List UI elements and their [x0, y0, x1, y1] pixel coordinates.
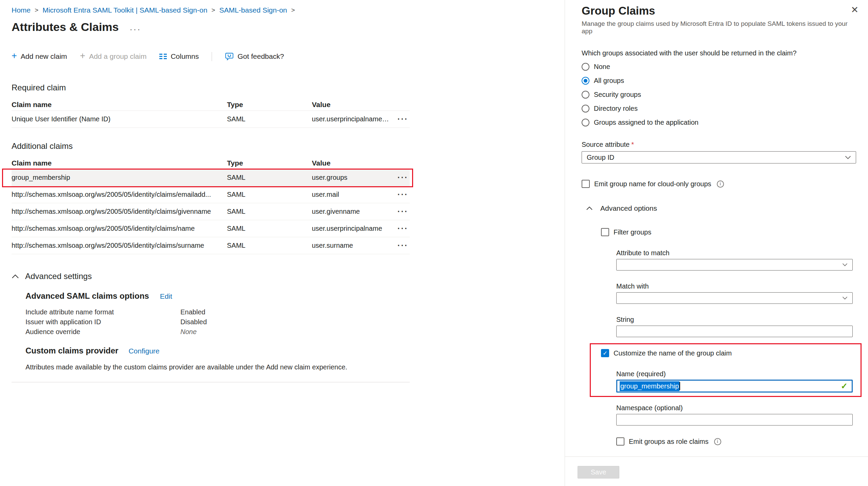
source-attribute-dropdown[interactable]: Group ID: [582, 151, 856, 163]
claim-type-cell: SAML: [227, 208, 312, 215]
section-divider: [12, 382, 410, 382]
filter-groups-checkbox[interactable]: Filter groups: [601, 227, 856, 237]
column-header-type: Type: [227, 159, 312, 167]
row-actions-button[interactable]: ···: [395, 190, 410, 199]
group-type-radio-group: None All groups Security groups Director…: [582, 62, 856, 127]
radio-icon: [582, 119, 589, 126]
column-header-claim-name: Claim name: [12, 159, 227, 167]
chevron-down-icon: [845, 156, 851, 159]
claim-value-cell: user.givenname: [312, 208, 395, 215]
table-row[interactable]: http://schemas.xmlsoap.org/ws/2005/05/id…: [12, 203, 410, 220]
name-required-label: Name (required): [616, 370, 856, 378]
columns-button[interactable]: Columns: [159, 52, 199, 60]
feedback-label: Got feedback?: [237, 52, 284, 60]
claim-type-cell: SAML: [227, 115, 312, 123]
claim-value-cell: user.mail: [312, 191, 395, 198]
checkbox-label: Emit group name for cloud-only groups: [594, 180, 711, 188]
table-row[interactable]: http://schemas.xmlsoap.org/ws/2005/05/id…: [12, 237, 410, 254]
columns-icon: [159, 53, 167, 60]
panel-subtitle: Manage the group claims used by Microsof…: [582, 20, 856, 35]
radio-icon: [582, 63, 589, 71]
claim-name-cell: http://schemas.xmlsoap.org/ws/2005/05/id…: [12, 191, 227, 198]
kv-row: Issuer with application ID Disabled: [25, 317, 565, 327]
table-row[interactable]: http://schemas.xmlsoap.org/ws/2005/05/id…: [12, 220, 410, 237]
command-bar: + Add new claim + Add a group claim Colu…: [12, 50, 565, 63]
group-claim-name-input[interactable]: group_membership ✓: [616, 380, 853, 393]
radio-option-assigned-groups[interactable]: Groups assigned to the application: [582, 118, 856, 127]
panel-title: Group Claims: [582, 4, 856, 19]
claim-name-cell: http://schemas.xmlsoap.org/ws/2005/05/id…: [12, 208, 227, 215]
save-button[interactable]: Save: [578, 466, 619, 479]
claim-value-cell: user.userprincipalname: [312, 225, 395, 232]
row-actions-button[interactable]: ···: [395, 173, 410, 182]
saml-options-list: Include attribute name format Enabled Is…: [25, 307, 565, 337]
advanced-settings-label: Advanced settings: [25, 272, 92, 281]
advanced-options-expander[interactable]: Advanced options: [582, 204, 856, 213]
page-more-menu-button[interactable]: ···: [130, 24, 141, 34]
claim-value-cell: user.userprincipalname [...: [312, 115, 395, 123]
radio-option-directory-roles[interactable]: Directory roles: [582, 104, 856, 113]
close-icon[interactable]: ✕: [851, 5, 858, 15]
saml-options-header: Advanced SAML claims options Edit: [25, 291, 565, 301]
radio-label: Security groups: [594, 91, 641, 99]
radio-label: Groups assigned to the application: [594, 119, 698, 126]
string-input[interactable]: [616, 326, 853, 337]
input-text: group_membership: [620, 381, 680, 391]
advanced-settings-expander[interactable]: Advanced settings: [12, 271, 565, 281]
column-header-type: Type: [227, 101, 312, 109]
customize-name-checkbox[interactable]: ✓ Customize the name of the group claim: [601, 348, 856, 358]
attributes-and-claims-page: Home > Microsoft Entra SAML Toolkit | SA…: [0, 0, 868, 486]
edit-link[interactable]: Edit: [160, 292, 172, 300]
breadcrumb-home-link[interactable]: Home: [12, 6, 31, 14]
row-actions-button[interactable]: ···: [395, 207, 410, 216]
breadcrumb-saml-signon-link[interactable]: SAML-based Sign-on: [219, 6, 287, 14]
match-with-dropdown[interactable]: [616, 292, 853, 304]
row-actions-button[interactable]: ···: [395, 224, 410, 233]
checkbox-label: Emit groups as role claims: [629, 438, 709, 446]
info-icon[interactable]: i: [717, 180, 724, 188]
chevron-up-icon: [12, 274, 19, 279]
emit-group-name-checkbox[interactable]: Emit group name for cloud-only groups i: [582, 179, 856, 189]
customize-name-group: ✓ Customize the name of the group claim …: [582, 348, 856, 393]
group-claims-panel: Group Claims ✕ Manage the group claims u…: [565, 0, 868, 486]
info-icon[interactable]: i: [714, 438, 721, 445]
column-header-value: Value: [312, 159, 395, 167]
row-actions-button[interactable]: ···: [395, 115, 410, 124]
required-claim-table: Claim name Type Value Unique User Identi…: [12, 99, 410, 128]
kv-label: Issuer with application ID: [25, 318, 180, 326]
row-actions-button[interactable]: ···: [395, 241, 410, 250]
namespace-input[interactable]: [616, 414, 853, 426]
breadcrumb-toolkit-link[interactable]: Microsoft Entra SAML Toolkit | SAML-base…: [42, 6, 207, 14]
add-new-claim-label: Add new claim: [21, 52, 67, 60]
table-row[interactable]: Unique User Identifier (Name ID) SAML us…: [12, 111, 410, 128]
radio-option-security-groups[interactable]: Security groups: [582, 90, 856, 99]
radio-label: All groups: [594, 77, 624, 85]
plus-icon: +: [12, 51, 17, 60]
emit-roles-checkbox[interactable]: Emit groups as role claims i: [616, 437, 856, 446]
radio-option-all-groups[interactable]: All groups: [582, 76, 856, 85]
add-group-claim-button[interactable]: + Add a group claim: [80, 52, 146, 60]
checkbox-icon: [582, 180, 590, 188]
radio-option-none[interactable]: None: [582, 62, 856, 71]
claim-value-cell: user.surname: [312, 242, 395, 249]
radio-label: None: [594, 63, 610, 71]
claim-type-cell: SAML: [227, 242, 312, 249]
plus-icon: +: [80, 51, 85, 60]
kv-value: None: [180, 328, 565, 336]
advanced-options-label: Advanced options: [600, 204, 657, 212]
checkbox-checked-icon: ✓: [601, 349, 609, 357]
additional-claims-section-title: Additional claims: [12, 141, 565, 151]
table-row-group-membership[interactable]: group_membership SAML user.groups ···: [12, 169, 410, 186]
configure-link[interactable]: Configure: [128, 347, 159, 355]
custom-provider-description: Attributes made available by the custom …: [25, 363, 565, 371]
table-header: Claim name Type Value: [12, 157, 410, 169]
claim-name-cell: Unique User Identifier (Name ID): [12, 115, 227, 123]
table-row[interactable]: http://schemas.xmlsoap.org/ws/2005/05/id…: [12, 186, 410, 203]
custom-provider-title: Custom claims provider: [25, 346, 118, 355]
radio-icon: [582, 105, 589, 112]
attribute-to-match-dropdown[interactable]: [616, 259, 853, 271]
add-new-claim-button[interactable]: + Add new claim: [12, 52, 67, 60]
claim-type-cell: SAML: [227, 191, 312, 198]
feedback-button[interactable]: Got feedback?: [225, 52, 284, 60]
checkbox-icon: [616, 437, 624, 446]
